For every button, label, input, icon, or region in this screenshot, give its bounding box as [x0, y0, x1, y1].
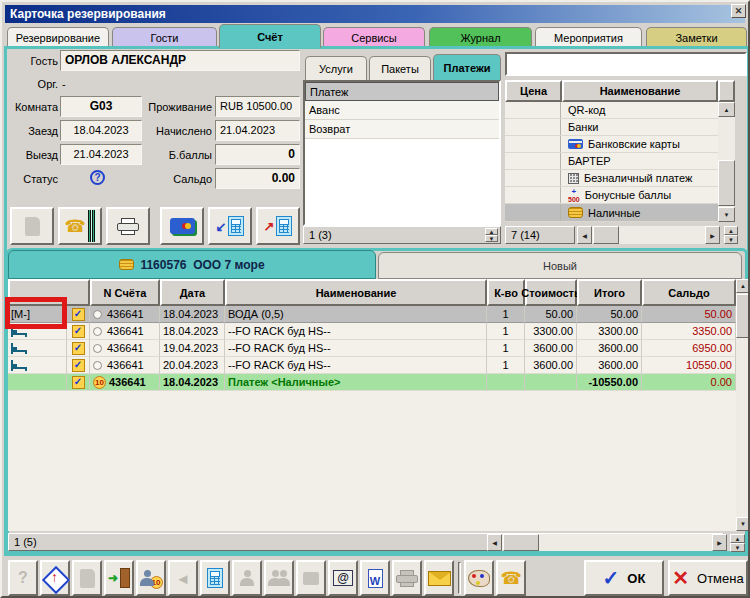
- scroll-thumb[interactable]: [718, 160, 735, 206]
- scroll-right-icon[interactable]: ▶: [712, 534, 727, 551]
- arrival-field[interactable]: 18.04.2023: [60, 120, 142, 141]
- spinner-up-icon[interactable]: ▲: [724, 226, 738, 235]
- email-button[interactable]: @: [328, 560, 358, 596]
- ok-check-icon: ✓: [603, 568, 620, 588]
- word-export-button[interactable]: W: [360, 560, 390, 596]
- name-column-header[interactable]: Наименование: [562, 80, 718, 102]
- col-total[interactable]: Итого: [577, 279, 642, 306]
- document-button[interactable]: [72, 560, 102, 596]
- mail-button[interactable]: [424, 560, 454, 596]
- scroll-up-icon[interactable]: ▲: [718, 102, 735, 117]
- tab-journal[interactable]: Журнал: [429, 27, 532, 47]
- payment-method-row[interactable]: QR-код: [505, 102, 718, 119]
- col-date[interactable]: Дата: [160, 279, 225, 306]
- title-bar[interactable]: Карточка резервирования: [5, 5, 745, 23]
- cancel-x-icon: ✕: [672, 568, 689, 588]
- payment-method-row[interactable]: БАРТЕР: [505, 153, 718, 170]
- catalog-hscrollbar[interactable]: ◀ ▶: [577, 226, 720, 244]
- tab-reservation[interactable]: Резервирование: [7, 27, 109, 47]
- spinner-down-icon[interactable]: ▼: [485, 235, 498, 242]
- export-charges-button[interactable]: ↗: [256, 207, 300, 245]
- col-saldo[interactable]: Сальдо: [642, 279, 736, 306]
- import-charges-button[interactable]: ↙: [208, 207, 252, 245]
- spinner-down-icon[interactable]: ▼: [724, 235, 738, 244]
- scroll-down-icon[interactable]: ▼: [718, 207, 735, 222]
- room-field[interactable]: G03: [60, 96, 142, 117]
- charge-row[interactable]: ✓ 436641 18.04.2023 --FO RACK буд HS-- 1…: [8, 323, 736, 340]
- payment-row[interactable]: ✓ 10436641 18.04.2023 Платеж <Наличные> …: [8, 374, 736, 391]
- ok-button[interactable]: ✓ ОК: [584, 560, 664, 596]
- guest-name-field[interactable]: ОРЛОВ АЛЕКСАНДР: [60, 50, 300, 71]
- col-name[interactable]: Наименование: [225, 279, 487, 306]
- checkin-door-button[interactable]: ➜: [104, 560, 134, 596]
- scroll-thumb[interactable]: [503, 534, 539, 551]
- close-icon[interactable]: ✕: [731, 4, 746, 18]
- print-button-disabled[interactable]: [392, 560, 422, 596]
- scroll-left-icon[interactable]: ◀: [577, 226, 592, 244]
- email-at-icon: @: [333, 570, 353, 586]
- stay-field[interactable]: RUB 10500.00: [215, 96, 300, 117]
- calculator-button[interactable]: [200, 560, 230, 596]
- departure-field[interactable]: 21.04.2023: [60, 144, 142, 165]
- export-up-button[interactable]: ↑: [40, 560, 70, 596]
- print-button[interactable]: [106, 207, 150, 245]
- checkbox-icon[interactable]: ✓: [72, 359, 85, 372]
- checkbox-icon[interactable]: ✓: [72, 308, 85, 321]
- checkbox-icon[interactable]: ✓: [72, 342, 85, 355]
- col-qty[interactable]: К-во: [487, 279, 525, 306]
- tab-packages-mini[interactable]: Пакеты: [369, 56, 431, 80]
- folio-scrollbar[interactable]: ▲ ▼: [736, 279, 750, 531]
- list-item[interactable]: Возврат: [305, 120, 499, 139]
- scroll-left-icon[interactable]: ◀: [487, 534, 502, 551]
- price-column-header[interactable]: Цена: [505, 80, 562, 102]
- folio-hscrollbar[interactable]: ◀ ▶: [487, 534, 727, 551]
- checkbox-icon[interactable]: ✓: [72, 376, 85, 389]
- payment-method-row[interactable]: Банки: [505, 119, 718, 136]
- payment-method-row[interactable]: Безналичный платеж: [505, 170, 718, 187]
- col-cost[interactable]: Стоимость: [525, 279, 577, 306]
- help-button[interactable]: ?: [8, 560, 38, 596]
- charge-row[interactable]: ✓ 436641 20.04.2023 --FO RACK буд HS-- 1…: [8, 357, 736, 374]
- payment-method-row-selected[interactable]: Наличные: [505, 204, 718, 222]
- folio-tab-new[interactable]: Новый: [378, 252, 742, 279]
- spinner-up-icon[interactable]: ▲: [730, 534, 745, 543]
- scroll-up-icon[interactable]: ▲: [736, 279, 750, 293]
- status-question-icon[interactable]: ?: [90, 170, 105, 185]
- phone-lookup-button[interactable]: ☎: [496, 560, 526, 596]
- col-acct[interactable]: N Счёта: [90, 279, 160, 306]
- payment-method-row[interactable]: Банковские карты: [505, 136, 718, 153]
- folio-tab-active[interactable]: 1160576 ООО 7 море: [8, 250, 376, 279]
- tab-services-mini[interactable]: Услуги: [305, 56, 367, 80]
- tab-account[interactable]: Счёт: [219, 24, 321, 48]
- list-item[interactable]: Аванс: [305, 101, 499, 120]
- tab-guests[interactable]: Гости: [112, 27, 217, 47]
- bonus-person-button[interactable]: 10: [136, 560, 166, 596]
- document-button[interactable]: [10, 207, 54, 245]
- undo-button[interactable]: ◄: [168, 560, 198, 596]
- palette-button[interactable]: [464, 560, 494, 596]
- tab-events[interactable]: Мероприятия: [535, 27, 642, 47]
- cancel-button[interactable]: ✕ Отмена: [668, 560, 748, 596]
- phone-lookup-button[interactable]: ☎: [58, 207, 102, 245]
- charge-row[interactable]: ✓ 436641 19.04.2023 --FO RACK буд HS-- 1…: [8, 340, 736, 357]
- accrued-field[interactable]: 21.04.2023: [215, 120, 300, 141]
- scroll-down-icon[interactable]: ▼: [736, 517, 750, 531]
- persons-button[interactable]: [264, 560, 294, 596]
- bank-card-button[interactable]: [160, 207, 204, 245]
- tab-payments-mini[interactable]: Платежи: [433, 54, 501, 80]
- charge-row[interactable]: [М-] ✓ 436641 18.04.2023 ВОДА (0,5) 1 50…: [8, 306, 736, 323]
- checkbox-icon[interactable]: ✓: [72, 325, 85, 338]
- list-item[interactable]: Платеж: [305, 82, 499, 101]
- scroll-thumb[interactable]: [736, 294, 750, 338]
- scroll-thumb[interactable]: [593, 226, 619, 244]
- archive-button[interactable]: [296, 560, 326, 596]
- tab-services[interactable]: Сервисы: [323, 27, 425, 47]
- payment-search-input[interactable]: [505, 52, 747, 76]
- room-label: Комната: [2, 97, 58, 118]
- catalog-scrollbar[interactable]: ▲ ▼: [718, 102, 735, 222]
- person-button[interactable]: [232, 560, 262, 596]
- tab-notes[interactable]: Заметки: [646, 27, 747, 47]
- scroll-right-icon[interactable]: ▶: [705, 226, 720, 244]
- spinner-down-icon[interactable]: ▼: [730, 543, 745, 552]
- payment-method-row[interactable]: +500Бонусные баллы: [505, 187, 718, 204]
